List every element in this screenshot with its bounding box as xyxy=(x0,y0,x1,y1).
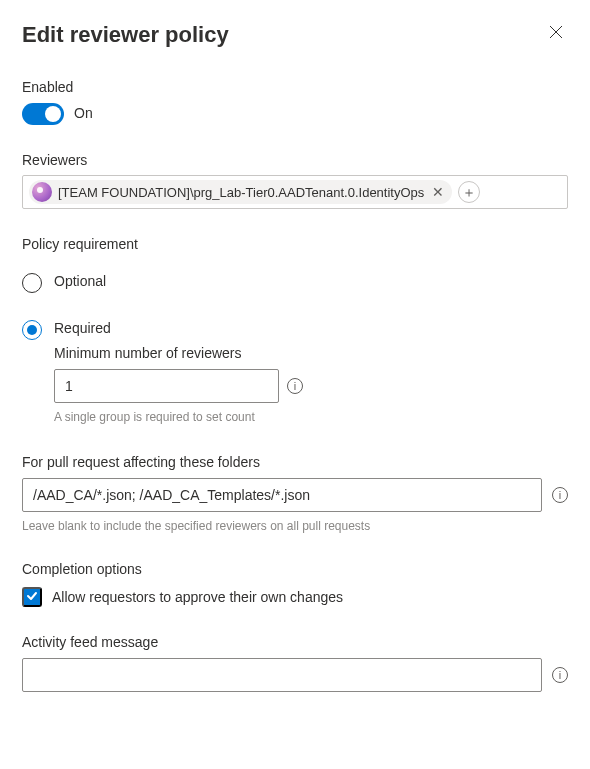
radio-required-label: Required xyxy=(54,319,303,338)
folders-label: For pull request affecting these folders xyxy=(22,453,568,472)
toggle-knob xyxy=(45,106,61,122)
min-reviewers-label: Minimum number of reviewers xyxy=(54,344,303,363)
allow-self-approve-checkbox[interactable] xyxy=(22,587,42,607)
activity-feed-input[interactable] xyxy=(22,658,542,692)
plus-icon: ＋ xyxy=(462,185,476,199)
folders-input[interactable] xyxy=(22,478,542,512)
enabled-toggle[interactable] xyxy=(22,103,64,125)
min-reviewers-hint: A single group is required to set count xyxy=(54,409,303,425)
avatar-icon xyxy=(32,182,52,202)
reviewer-chip: [TEAM FOUNDATION]\prg_Lab-Tier0.AADTenan… xyxy=(29,180,452,204)
reviewers-field[interactable]: [TEAM FOUNDATION]\prg_Lab-Tier0.AADTenan… xyxy=(22,175,568,209)
checkmark-icon xyxy=(25,589,39,606)
enabled-state-label: On xyxy=(74,104,93,123)
allow-self-approve-label: Allow requestors to approve their own ch… xyxy=(52,588,343,607)
activity-feed-label: Activity feed message xyxy=(22,633,568,652)
reviewer-remove-button[interactable]: ✕ xyxy=(430,185,446,199)
dialog-title: Edit reviewer policy xyxy=(22,20,229,50)
policy-requirement-label: Policy requirement xyxy=(22,235,568,254)
add-reviewer-button[interactable]: ＋ xyxy=(458,181,480,203)
enabled-label: Enabled xyxy=(22,78,568,97)
close-button[interactable] xyxy=(544,20,568,47)
folders-hint: Leave blank to include the specified rev… xyxy=(22,518,568,534)
radio-optional-label: Optional xyxy=(54,272,106,291)
close-icon xyxy=(548,28,564,43)
info-icon: i xyxy=(552,667,568,683)
info-icon: i xyxy=(552,487,568,503)
reviewer-chip-name: [TEAM FOUNDATION]\prg_Lab-Tier0.AADTenan… xyxy=(58,184,424,202)
reviewers-label: Reviewers xyxy=(22,151,568,170)
radio-optional[interactable] xyxy=(22,273,42,293)
close-icon: ✕ xyxy=(432,184,444,200)
completion-options-label: Completion options xyxy=(22,560,568,579)
min-reviewers-input[interactable] xyxy=(54,369,279,403)
info-icon: i xyxy=(287,378,303,394)
radio-required[interactable] xyxy=(22,320,42,340)
